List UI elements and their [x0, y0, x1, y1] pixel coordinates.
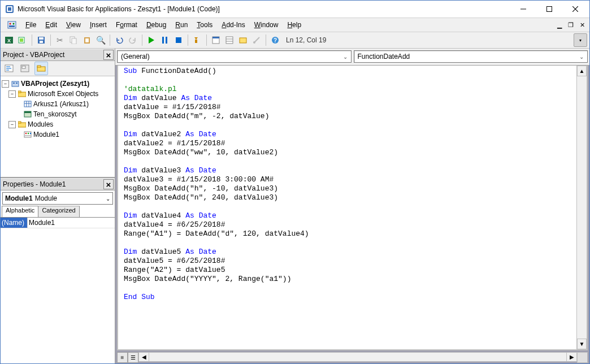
scroll-left-icon[interactable]: ◀	[139, 353, 149, 361]
svg-rect-45	[37, 66, 41, 67]
svg-marker-22	[149, 37, 154, 44]
properties-panel-header: Properties - Module1 ×	[1, 178, 115, 190]
project-panel-close[interactable]: ×	[103, 50, 114, 60]
tree-sheet1[interactable]: Arkusz1 (Arkusz1)	[2, 99, 114, 109]
menubar: File Edit View Insert Format Debug Run T…	[1, 18, 589, 32]
save-button[interactable]	[35, 34, 47, 46]
scroll-right-icon[interactable]: ▶	[566, 353, 576, 361]
menu-edit[interactable]: Edit	[41, 20, 62, 30]
mdi-controls: ▁ ❐ ✕	[554, 20, 587, 29]
procedure-view-button[interactable]: ≡	[117, 352, 128, 363]
undo-button[interactable]	[113, 34, 125, 46]
vertical-scrollbar[interactable]: ▲ ▼	[576, 66, 587, 349]
procedure-combo[interactable]: FunctionDateAdd ⌄	[354, 50, 588, 63]
tree-thisworkbook[interactable]: Ten_skoroszyt	[2, 109, 114, 119]
svg-rect-56	[24, 111, 31, 113]
tab-categorized[interactable]: Categorized	[38, 206, 79, 217]
scroll-up-icon[interactable]: ▲	[577, 66, 587, 76]
toolbar-options[interactable]: ▾	[574, 33, 587, 47]
app-icon	[5, 5, 14, 14]
svg-rect-29	[212, 37, 219, 38]
minus-icon[interactable]: −	[2, 80, 9, 88]
svg-rect-43	[22, 66, 25, 68]
folder-open-icon	[18, 121, 27, 128]
module-icon	[23, 131, 32, 138]
properties-panel-close[interactable]: ×	[103, 179, 114, 189]
menu-file[interactable]: File	[21, 20, 41, 30]
minus-icon[interactable]: −	[8, 121, 16, 128]
design-mode-button[interactable]	[191, 34, 203, 46]
object-browser-button[interactable]	[237, 34, 249, 46]
full-module-view-button[interactable]: ☰	[128, 352, 138, 363]
object-combo[interactable]: (General) ⌄	[117, 50, 352, 63]
maximize-button[interactable]	[536, 1, 562, 18]
mdi-minimize[interactable]: ▁	[554, 20, 565, 29]
properties-button[interactable]	[223, 34, 236, 46]
redo-button[interactable]	[127, 34, 139, 46]
menu-insert[interactable]: Insert	[85, 20, 111, 30]
svg-rect-25	[176, 37, 181, 43]
code-combo-row: (General) ⌄ FunctionDateAdd ⌄	[115, 49, 589, 66]
svg-rect-16	[39, 37, 44, 40]
mdi-close[interactable]: ✕	[577, 20, 587, 29]
code-editor[interactable]: Sub FunctionDateAdd() 'datatalk.pl Dim d…	[118, 66, 576, 349]
window-title: Microsoft Visual Basic for Applications …	[18, 5, 510, 13]
mdi-restore[interactable]: ❐	[566, 20, 576, 29]
cursor-position: Ln 12, Col 19	[286, 36, 326, 44]
property-name: (Name)	[1, 218, 27, 228]
tree-module1[interactable]: Module1	[2, 129, 114, 140]
property-row[interactable]: (Name) Module1	[1, 218, 115, 228]
standard-toolbar: X ✂ 🔍 ? Ln 12, Col 19 ▾	[1, 32, 589, 49]
menu-window[interactable]: Window	[250, 20, 283, 30]
svg-rect-59	[24, 132, 31, 137]
menu-run[interactable]: Run	[171, 20, 192, 30]
run-button[interactable]	[145, 34, 158, 46]
horizontal-scrollbar[interactable]: ◀ ▶	[138, 352, 577, 362]
chevron-down-icon: ⌄	[106, 196, 110, 202]
tree-project-root[interactable]: − VBAProject (Zeszyt1)	[2, 79, 114, 89]
menu-help[interactable]: Help	[283, 20, 306, 30]
tree-modules-folder[interactable]: − Modules	[2, 119, 114, 129]
project-explorer-button[interactable]	[210, 34, 222, 46]
project-tree[interactable]: − VBAProject (Zeszyt1) − Microsoft Excel…	[1, 76, 115, 178]
paste-button[interactable]	[81, 34, 93, 46]
view-code-button[interactable]	[3, 62, 15, 75]
reset-button[interactable]	[172, 34, 185, 46]
svg-rect-47	[13, 83, 15, 84]
menu-addins[interactable]: Add-Ins	[217, 20, 249, 30]
find-button[interactable]: 🔍	[94, 34, 107, 46]
svg-rect-17	[40, 41, 43, 43]
tab-alphabetic[interactable]: Alphabetic	[2, 206, 38, 217]
svg-rect-23	[162, 37, 164, 44]
cut-button[interactable]: ✂	[54, 34, 66, 46]
project-icon	[11, 80, 20, 88]
properties-object-combo[interactable]: Module1 Module ⌄	[2, 192, 113, 205]
chevron-down-icon: ⌄	[343, 54, 348, 60]
minus-icon[interactable]: −	[8, 90, 16, 98]
copy-button[interactable]	[67, 34, 80, 46]
toolbox-button[interactable]	[250, 34, 263, 46]
svg-point-35	[253, 41, 255, 44]
svg-rect-30	[226, 37, 233, 44]
tree-excel-objects-folder[interactable]: − Microsoft Excel Objects	[2, 89, 114, 99]
insert-dropdown[interactable]	[16, 34, 29, 46]
view-excel-button[interactable]: X	[3, 34, 15, 46]
help-button[interactable]: ?	[269, 34, 281, 46]
svg-rect-24	[166, 37, 167, 44]
properties-grid[interactable]: (Name) Module1	[1, 218, 115, 363]
close-button[interactable]	[562, 1, 588, 18]
menu-format[interactable]: Format	[111, 20, 142, 30]
minimize-button[interactable]	[510, 1, 536, 18]
menu-tools[interactable]: Tools	[192, 20, 217, 30]
titlebar: Microsoft Visual Basic for Applications …	[1, 1, 589, 18]
scroll-down-icon[interactable]: ▼	[577, 339, 587, 349]
property-value[interactable]: Module1	[27, 218, 115, 228]
svg-text:X: X	[7, 38, 11, 44]
menu-debug[interactable]: Debug	[142, 20, 171, 30]
svg-rect-21	[85, 38, 89, 42]
menu-view[interactable]: View	[62, 20, 85, 30]
break-button[interactable]	[159, 34, 171, 46]
toggle-folders-button[interactable]	[34, 62, 48, 75]
view-object-button[interactable]	[19, 62, 31, 75]
svg-rect-50	[18, 91, 21, 93]
